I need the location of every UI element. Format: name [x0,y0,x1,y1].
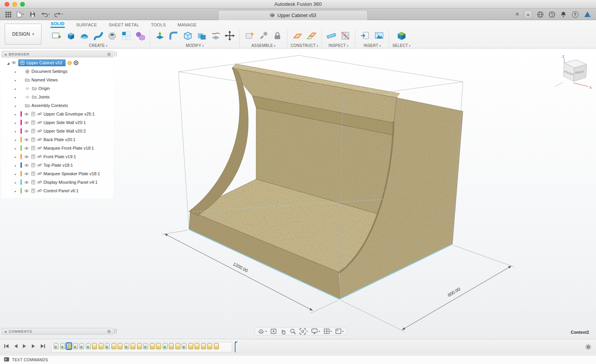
browser-row[interactable]: Marquee Front Plate v18:1 [2,144,113,152]
press-pull-icon[interactable] [153,29,166,42]
disclosure-triangle-icon[interactable] [15,154,20,159]
revolve-icon[interactable] [78,29,91,42]
disclosure-triangle-icon[interactable] [15,69,20,74]
browser-item-label[interactable]: Top Plate v18:1 [43,163,73,167]
save-icon[interactable] [28,9,37,20]
timeline-feature-icon[interactable] [73,343,78,349]
zoom-icon[interactable] [289,328,297,335]
browser-item-label[interactable]: Origin [38,86,50,91]
select-icon[interactable] [395,29,408,42]
extrude-icon[interactable] [64,29,77,42]
timeline-feature-icon[interactable] [86,343,91,349]
cabinet-model[interactable] [189,64,463,299]
look-at-icon[interactable] [269,328,278,335]
root-selected-item[interactable]: Upper Cabinet v53 [18,59,66,66]
shell-icon[interactable] [181,29,194,42]
panel-options-icon[interactable] [107,53,111,56]
visibility-eye-icon[interactable] [24,129,29,133]
root-disclosure-triangle-icon[interactable] [7,60,9,65]
browser-row[interactable]: Marquee Speaker Plate v18:1 [2,169,113,178]
group-label-inspect[interactable]: INSPECT [329,43,348,48]
disclosure-triangle-icon[interactable] [15,171,20,176]
primitives-icon[interactable] [133,29,147,42]
timeline-feature-icon[interactable] [124,343,129,349]
section-analysis-icon[interactable] [339,29,352,42]
app-grid-icon[interactable] [3,9,13,20]
sweep-icon[interactable] [92,29,105,42]
text-commands-bar[interactable]: TEXT COMMANDS [0,355,596,364]
measure-icon[interactable] [325,29,338,42]
timeline-feature-icon[interactable] [118,343,123,349]
move-copy-icon[interactable] [223,29,236,42]
joint-icon[interactable] [257,29,270,42]
comments-panel-header[interactable]: COMMENTS [2,328,113,335]
group-label-select[interactable]: SELECT [392,43,411,48]
group-label-create[interactable]: CREATE [89,43,107,48]
timeline-feature-icon[interactable] [156,343,161,349]
extensions-globe-icon[interactable] [535,9,545,20]
browser-panel-header[interactable]: BROWSER [2,51,113,57]
visibility-eye-icon[interactable] [24,138,29,141]
timeline-feature-icon[interactable] [201,343,206,349]
timeline-feature-icon[interactable] [60,343,65,349]
visibility-eye-icon[interactable] [24,155,29,159]
browser-row[interactable]: Document Settings [2,67,113,76]
file-menu-icon[interactable]: ▾ [15,9,26,20]
browser-row[interactable]: Named Views [2,76,113,84]
visibility-eye-icon[interactable] [24,181,29,184]
disclosure-triangle-icon[interactable] [15,180,20,185]
browser-item-label[interactable]: Upper Cab Envelope v25:1 [43,112,95,116]
new-tab-icon[interactable] [523,9,533,20]
browser-item-label[interactable]: Control Panel v6:1 [43,188,79,193]
browser-row[interactable]: Back Plate v20:1 [2,135,113,144]
disclosure-triangle-icon[interactable] [15,95,20,99]
window-close-button[interactable] [5,2,9,7]
browser-row[interactable]: Upper Cab Envelope v25:1 [2,110,113,118]
collapse-panel-icon[interactable] [4,329,9,333]
hole-icon[interactable] [106,29,119,42]
offset-plane-icon[interactable] [291,29,304,42]
timeline-feature-icon[interactable] [188,343,193,349]
panel-grip-handle[interactable] [114,52,116,57]
timeline-feature-icon[interactable] [137,343,142,349]
timeline-feature-icon[interactable] [182,343,187,349]
canvas-icon[interactable] [372,29,386,42]
browser-item-label[interactable]: Upper Side Wall v20:2 [43,129,86,133]
timeline-settings-gear-icon[interactable] [585,344,591,352]
browser-row[interactable]: Control Panel v6:1 [2,186,113,195]
go-to-end-icon[interactable] [40,344,45,348]
browser-item-label[interactable]: Upper Side Wall v20:1 [43,120,86,125]
browser-row[interactable]: Upper Side Wall v20:1 [2,118,113,127]
activate-component-icon[interactable] [74,60,78,65]
play-icon[interactable] [23,344,27,348]
disclosure-triangle-icon[interactable] [15,78,20,82]
fillet-icon[interactable] [167,29,180,42]
disclosure-triangle-icon[interactable] [15,163,20,167]
visibility-eye-icon[interactable] [24,164,29,167]
panel-options-icon[interactable] [107,330,111,333]
help-icon[interactable] [570,9,580,20]
notifications-bell-icon[interactable] [559,9,568,20]
disclosure-triangle-icon[interactable] [15,112,20,116]
viewports-icon[interactable]: ▾ [334,328,345,335]
timeline-feature-icon[interactable] [66,343,71,349]
tab-manage[interactable]: MANAGE [177,22,197,28]
browser-row[interactable]: Top Plate v18:1 [2,161,113,169]
browser-row[interactable]: Front Plate v19:1 [2,152,113,161]
timeline-feature-icon[interactable] [175,343,180,349]
tab-surface[interactable]: SURFACE [76,22,97,28]
workspace-selector[interactable]: DESIGN [5,24,42,45]
visibility-eye-icon[interactable] [24,121,29,124]
timeline-feature-icon[interactable] [105,343,110,349]
step-forward-icon[interactable] [31,344,36,348]
browser-item-label[interactable]: Named Views [31,78,58,82]
display-settings-icon[interactable]: ▾ [310,328,321,335]
browser-item-label[interactable]: Back Plate v20:1 [43,137,76,142]
timeline-feature-icon[interactable] [194,343,199,349]
pan-hand-icon[interactable] [279,328,288,335]
browser-root-row[interactable]: Upper Cabinet v53 [2,59,113,67]
timeline-feature-icon[interactable] [150,343,155,349]
timeline-feature-icon[interactable] [99,343,104,349]
disclosure-triangle-icon[interactable] [15,103,20,108]
orbit-icon[interactable]: ▾ [256,328,268,335]
